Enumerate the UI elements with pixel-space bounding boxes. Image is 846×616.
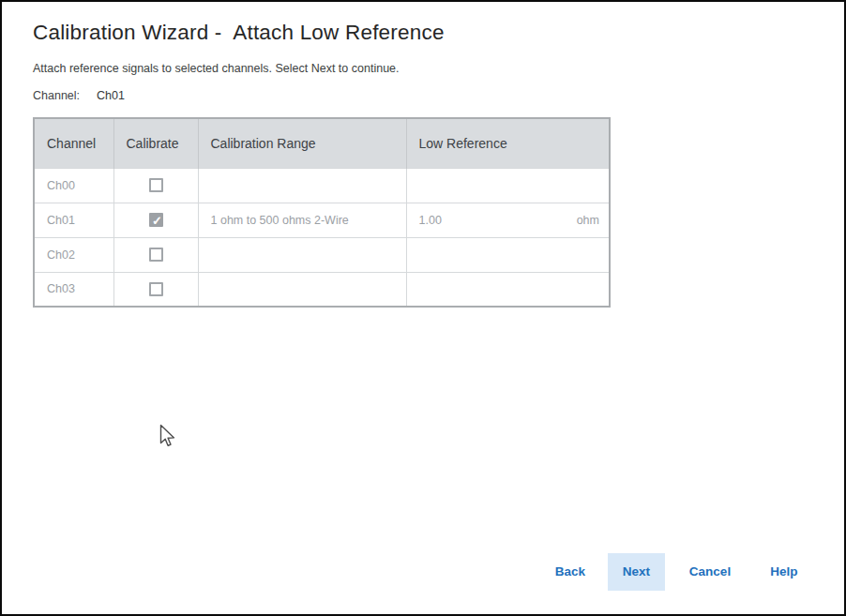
table-header-row: Channel Calibrate Calibration Range Low …: [34, 118, 610, 168]
calibration-range-cell: [198, 168, 406, 203]
channel-cell: Ch03: [34, 272, 113, 307]
calibrate-checkbox[interactable]: [149, 282, 163, 296]
channel-line: Channel:Ch01: [33, 89, 125, 102]
calibrate-checkbox[interactable]: [149, 248, 163, 262]
cancel-button[interactable]: Cancel: [677, 553, 743, 591]
low-reference-cell: [406, 237, 610, 272]
table-row: Ch00: [34, 168, 610, 203]
calibration-range-cell: 1 ohm to 500 ohms 2-Wire: [198, 203, 406, 237]
col-header-low-reference: Low Reference: [406, 118, 610, 168]
window-border: [0, 0, 846, 616]
low-reference-unit: ohm: [577, 214, 599, 227]
col-header-calibration-range: Calibration Range: [198, 118, 406, 168]
calibrate-cell: [113, 272, 198, 307]
channel-value: Ch01: [97, 89, 125, 102]
low-reference-cell: [406, 168, 610, 203]
low-reference-cell: [406, 272, 610, 307]
calibrate-cell: [113, 203, 198, 237]
channel-label: Channel:: [33, 89, 80, 102]
table-row: Ch02: [34, 237, 610, 272]
channel-cell: Ch00: [34, 168, 113, 203]
back-button[interactable]: Back: [542, 553, 598, 591]
calibration-range-cell: [198, 237, 406, 272]
help-button[interactable]: Help: [758, 553, 810, 591]
col-header-calibrate: Calibrate: [113, 118, 198, 168]
low-reference-cell: 1.00ohm: [406, 203, 610, 237]
low-reference-value[interactable]: 1.00: [419, 214, 442, 227]
instruction-text: Attach reference signals to selected cha…: [33, 62, 400, 75]
mouse-cursor: [159, 424, 177, 453]
calibrate-checkbox[interactable]: [149, 178, 163, 192]
channel-cell: Ch01: [34, 203, 113, 237]
page-title: Calibration Wizard - Attach Low Referenc…: [33, 21, 445, 45]
calibrate-cell: [113, 237, 198, 272]
channel-cell: Ch02: [34, 237, 113, 272]
table-row: Ch03: [34, 272, 610, 307]
col-header-channel: Channel: [34, 118, 113, 168]
calibration-table: Channel Calibrate Calibration Range Low …: [33, 117, 611, 308]
table-row: Ch011 ohm to 500 ohms 2-Wire1.00ohm: [34, 203, 610, 237]
calibrate-checkbox-checked[interactable]: [149, 213, 163, 227]
next-button[interactable]: Next: [608, 553, 665, 591]
calibration-range-cell: [198, 272, 406, 307]
calibrate-cell: [113, 168, 198, 203]
